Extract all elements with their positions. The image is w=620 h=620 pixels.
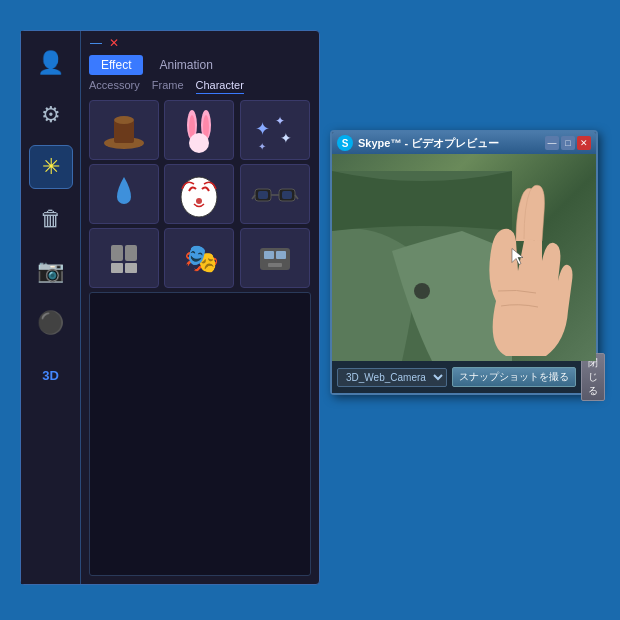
sidebar-icon-person[interactable]: 👤 <box>29 41 73 85</box>
effects-grid: ✦ ✦ ✦ ✦ <box>81 100 319 288</box>
sidebar-icon-effect[interactable]: ✳ <box>29 145 73 189</box>
main-tabs: Effect Animation <box>81 55 319 75</box>
sidebar: 👤 ⚙ ✳ 🗑 📷 ⚫ 3D <box>21 31 81 584</box>
svg-point-2 <box>114 116 134 124</box>
sub-tabs: Accessory Frame Character <box>81 79 319 94</box>
content-area: — ✕ Effect Animation Accessory Frame Cha… <box>81 31 319 584</box>
sub-tab-character[interactable]: Character <box>196 79 244 94</box>
sub-tab-frame[interactable]: Frame <box>152 79 184 94</box>
sidebar-icon-camera[interactable]: 📷 <box>29 249 73 293</box>
svg-text:✦: ✦ <box>255 119 270 139</box>
effect-item-extra3[interactable] <box>240 228 310 288</box>
svg-text:✦: ✦ <box>258 141 266 152</box>
tab-effect[interactable]: Effect <box>89 55 143 75</box>
video-titlebar: S Skype™ - ビデオプレビュー — □ ✕ <box>332 132 596 154</box>
tab-animation[interactable]: Animation <box>147 55 224 75</box>
svg-text:🎭: 🎭 <box>184 242 219 275</box>
effect-item-bunny[interactable] <box>164 100 234 160</box>
svg-point-13 <box>196 198 202 204</box>
svg-rect-20 <box>282 191 292 199</box>
video-maximize-button[interactable]: □ <box>561 136 575 150</box>
video-cursor <box>510 246 526 269</box>
svg-rect-19 <box>258 191 268 199</box>
video-background <box>332 154 596 361</box>
svg-rect-21 <box>111 245 123 261</box>
svg-text:✦: ✦ <box>280 130 292 146</box>
effect-item-extra2[interactable]: 🎭 <box>164 228 234 288</box>
minimize-button[interactable]: — <box>89 37 103 49</box>
svg-point-7 <box>189 133 209 153</box>
effect-item-extra1[interactable] <box>89 228 159 288</box>
sub-tab-accessory[interactable]: Accessory <box>89 79 140 94</box>
snapshot-button[interactable]: スナップショットを撮る <box>452 367 576 387</box>
svg-text:✦: ✦ <box>275 114 285 128</box>
main-panel: 👤 ⚙ ✳ 🗑 📷 ⚫ 3D — ✕ Effect Animation <box>20 30 320 585</box>
video-close-button[interactable]: ✕ <box>577 136 591 150</box>
effect-item-opera-mask[interactable] <box>164 164 234 224</box>
video-bottombar: 3D_Web_Camera スナップショットを撮る 閉じる <box>332 361 596 393</box>
top-bar: — ✕ <box>81 31 319 55</box>
hand-svg <box>466 181 586 361</box>
effect-item-sparkle[interactable]: ✦ ✦ ✦ ✦ <box>240 100 310 160</box>
video-title: Skype™ - ビデオプレビュー <box>358 136 540 151</box>
svg-rect-27 <box>264 251 274 259</box>
sidebar-icon-3d[interactable]: 3D <box>29 353 73 397</box>
effect-item-hat[interactable] <box>89 100 159 160</box>
video-content <box>332 154 596 361</box>
effect-item-sunglasses[interactable] <box>240 164 310 224</box>
video-preview-window: S Skype™ - ビデオプレビュー — □ ✕ <box>330 130 598 395</box>
video-ctrl-btns: — □ ✕ <box>545 136 591 150</box>
skype-icon: S <box>337 135 353 151</box>
svg-rect-29 <box>268 263 282 267</box>
sidebar-icon-settings[interactable]: ⚙ <box>29 93 73 137</box>
sidebar-icon-trash[interactable]: 🗑 <box>29 197 73 241</box>
content-rest <box>89 292 311 576</box>
sidebar-icon-circle[interactable]: ⚫ <box>29 301 73 345</box>
svg-rect-28 <box>276 251 286 259</box>
video-minimize-button[interactable]: — <box>545 136 559 150</box>
svg-rect-22 <box>125 245 137 261</box>
close-button[interactable]: ✕ <box>107 37 121 49</box>
svg-point-31 <box>414 283 430 299</box>
effect-item-water[interactable] <box>89 164 159 224</box>
svg-rect-24 <box>125 263 137 273</box>
camera-select[interactable]: 3D_Web_Camera <box>337 368 447 387</box>
svg-rect-23 <box>111 263 123 273</box>
